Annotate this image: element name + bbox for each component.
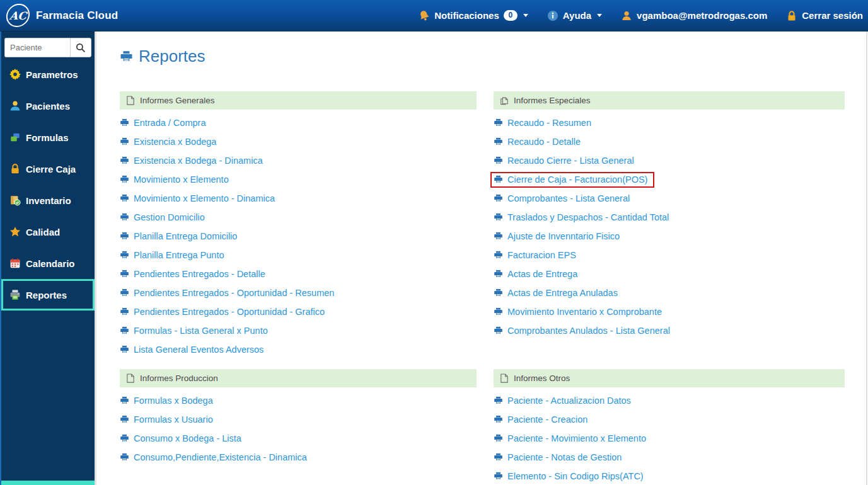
panel-title: Informes Especiales [514, 96, 591, 105]
sidebar-item-label: Calidad [26, 227, 60, 237]
notifications-label: Notificaciones [434, 10, 499, 21]
report-link-consumo-x-bodega-lista[interactable]: Consumo x Bodega - Lista [120, 433, 241, 443]
report-link-label: Paciente - Actualizacion Datos [507, 396, 631, 406]
search-input[interactable] [4, 38, 70, 57]
panel-title: Informes Produccion [140, 374, 218, 383]
report-link-formulas-x-usuario[interactable]: Formulas x Usuario [120, 414, 213, 425]
report-link-recaudo-cierre-lista-general[interactable]: Recaudo Cierre - Lista General [494, 156, 634, 166]
sidebar-item-formulas[interactable]: Formulas [1, 122, 95, 153]
page-title-text: Reportes [139, 47, 205, 66]
report-link-paciente-actualizacion-datos[interactable]: Paciente - Actualizacion Datos [494, 396, 631, 406]
report-link-label: Planilla Entrega Domicilio [134, 231, 237, 241]
printer-icon [120, 434, 129, 443]
report-link-comprobantes-anulados-lista-general[interactable]: Comprobantes Anulados - Lista General [494, 326, 670, 336]
sidebar-item-pacientes[interactable]: Pacientes [1, 90, 95, 122]
report-link-label: Pendientes Entregados - Detalle [134, 269, 265, 279]
sidebar-item-calendario[interactable]: Calendario [1, 248, 95, 279]
report-link-label: Paciente - Movimiento x Elemento [507, 433, 646, 443]
report-link-recaudo-detalle[interactable]: Recaudo - Detalle [494, 137, 581, 147]
report-link-lista-general-eventos-adversos[interactable]: Lista General Eventos Adversos [120, 345, 263, 355]
sidebar-item-inventario[interactable]: Inventario [1, 185, 95, 216]
report-link-comprobantes-lista-general[interactable]: Comprobantes - Lista General [494, 193, 630, 203]
printer-icon [120, 213, 129, 222]
report-link-label: Movimiento x Elemento [134, 174, 229, 185]
report-row: Formulas x Bodega [120, 391, 477, 410]
app-title: Farmacia Cloud [36, 9, 118, 22]
report-link-pendientes-entregados-oportunidad-resumen[interactable]: Pendientes Entregados - Oportunidad - Re… [120, 288, 334, 298]
report-link-movimiento-inventario-x-comprobante[interactable]: Movimiento Inventario x Comprobante [494, 307, 662, 317]
printer-icon [120, 50, 133, 63]
printer-icon [120, 326, 129, 335]
panel-header: Informes Especiales [494, 91, 845, 110]
report-row: Recaudo Cierre - Lista General [494, 151, 845, 170]
report-link-label: Comprobantes - Lista General [507, 193, 630, 203]
report-link-pendientes-entregados-oportunidad-grafico[interactable]: Pendientes Entregados - Oportunidad - Gr… [120, 307, 325, 317]
report-link-label: Formulas x Usuario [134, 414, 213, 425]
report-link-ajuste-de-invenntario-fisico[interactable]: Ajuste de Invenntario Fisico [494, 231, 620, 241]
help-menu[interactable]: Ayuda [547, 10, 602, 21]
page-title: Reportes [120, 47, 868, 66]
printer-icon [120, 345, 129, 354]
calendar-icon [9, 258, 21, 269]
report-link-traslados-y-despachos-cantidad-total[interactable]: Traslados y Despachos - Cantidad Total [494, 212, 669, 222]
report-link-gestion-domicilio[interactable]: Gestion Domicilio [120, 212, 205, 222]
report-row: Consumo,Pendiente,Existencia - Dinamica [120, 448, 477, 467]
search-icon [76, 43, 86, 53]
report-link-elemento-sin-codigo-rips-atc[interactable]: Elemento - Sin Codigo Rips(ATC) [494, 471, 644, 481]
sidebar-item-cierre-caja[interactable]: Cierre Caja [1, 153, 95, 185]
report-link-movimiento-x-elemento[interactable]: Movimiento x Elemento [120, 174, 229, 185]
sidebar-item-parametros[interactable]: Parametros [1, 59, 95, 90]
report-link-movimiento-x-elemento-dinamica[interactable]: Movimiento x Elemento - Dinamica [120, 193, 275, 203]
report-link-pendientes-entregados-detalle[interactable]: Pendientes Entregados - Detalle [120, 269, 265, 279]
star-icon [9, 226, 21, 237]
panel-title: Informes Otros [514, 374, 570, 383]
report-link-existencia-x-bodega[interactable]: Existencia x Bodega [120, 137, 216, 147]
report-link-consumo-pendiente-existencia-dinamica[interactable]: Consumo,Pendiente,Existencia - Dinamica [120, 452, 307, 462]
report-link-facturacion-eps[interactable]: Facturacion EPS [494, 250, 576, 260]
report-link-formulas-lista-general-x-punto[interactable]: Formulas - Lista General x Punto [120, 326, 268, 336]
report-link-planilla-entrega-punto[interactable]: Planilla Entrega Punto [120, 250, 224, 260]
notifications-menu[interactable]: Notificaciones 0 [419, 10, 528, 21]
sidebar-item-calidad[interactable]: Calidad [1, 216, 95, 248]
report-link-label: Recaudo - Detalle [507, 137, 581, 147]
report-link-actas-de-entrega-anuladas[interactable]: Actas de Entrega Anuladas [494, 288, 618, 298]
sidebar-item-reportes[interactable]: Reportes [1, 279, 95, 311]
search-button[interactable] [70, 38, 91, 57]
info-icon [547, 10, 558, 21]
report-link-cierre-de-caja-facturacion-pos[interactable]: Cierre de Caja - Facturacion(POS) [490, 172, 654, 188]
report-link-label: Pendientes Entregados - Oportunidad - Gr… [134, 307, 325, 317]
report-link-paciente-notas-de-gestion[interactable]: Paciente - Notas de Gestion [494, 452, 622, 462]
printer-icon [494, 156, 503, 165]
report-link-paciente-movimiento-x-elemento[interactable]: Paciente - Movimiento x Elemento [494, 433, 646, 443]
report-row: Entrada / Compra [120, 113, 477, 132]
report-row: Formulas x Usuario [120, 410, 477, 429]
report-link-label: Consumo,Pendiente,Existencia - Dinamica [134, 452, 307, 462]
report-link-paciente-creacion[interactable]: Paciente - Creacion [494, 414, 587, 425]
report-row: Pendientes Entregados - Detalle [120, 265, 477, 283]
report-link-planilla-entrega-domicilio[interactable]: Planilla Entrega Domicilio [120, 231, 237, 241]
report-link-label: Gestion Domicilio [134, 212, 205, 222]
gear-icon [9, 69, 21, 80]
report-link-label: Formulas x Bodega [134, 396, 213, 406]
report-row: Traslados y Despachos - Cantidad Total [494, 208, 845, 227]
report-link-existencia-x-bodega-dinamica[interactable]: Existencia x Bodega - Dinamica [120, 156, 263, 166]
user-account[interactable]: vgamboa@metrodrogas.com [621, 10, 767, 21]
notifications-badge: 0 [504, 10, 518, 21]
printer-icon [494, 396, 503, 405]
printer-icon [494, 175, 503, 184]
report-row: Paciente - Creacion [494, 410, 845, 429]
printer-icon [120, 396, 129, 405]
report-link-entrada-compra[interactable]: Entrada / Compra [120, 118, 205, 128]
report-link-recaudo-resumen[interactable]: Recaudo - Resumen [494, 118, 591, 128]
report-link-label: Facturacion EPS [507, 250, 576, 260]
report-link-actas-de-entrega[interactable]: Actas de Entrega [494, 269, 577, 279]
report-link-label: Planilla Entrega Punto [134, 250, 224, 260]
app-logo: AC [5, 4, 31, 27]
logout-button[interactable]: Cerrar sesión [786, 10, 863, 21]
report-panels: Informes GeneralesEntrada / CompraExiste… [120, 91, 868, 485]
report-link-formulas-x-bodega[interactable]: Formulas x Bodega [120, 396, 213, 406]
report-link-label: Movimiento Inventario x Comprobante [507, 307, 662, 317]
chevron-down-icon [523, 14, 528, 17]
panel-informes-otros: Informes OtrosPaciente - Actualizacion D… [494, 369, 845, 485]
report-row: Recaudo - Detalle [494, 132, 845, 151]
